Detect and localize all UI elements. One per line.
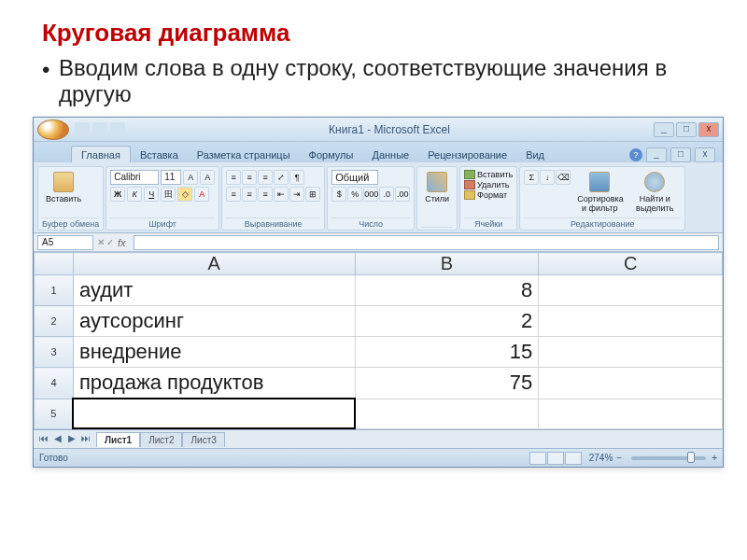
font-size-combo[interactable]: 11 <box>161 170 181 185</box>
sheet-tab-2[interactable]: Лист2 <box>140 432 182 447</box>
grow-font-button[interactable]: A <box>183 170 198 185</box>
paste-button[interactable]: Вставить <box>42 170 85 215</box>
underline-button[interactable]: Ч <box>144 187 159 202</box>
tab-formulas[interactable]: Формулы <box>300 147 363 162</box>
tab-home[interactable]: Главная <box>71 146 131 162</box>
row-header[interactable]: 1 <box>35 275 74 306</box>
cell[interactable] <box>539 399 723 428</box>
maximize-button[interactable]: □ <box>676 122 697 137</box>
zoom-out-button[interactable]: − <box>616 453 622 463</box>
tab-data[interactable]: Данные <box>362 147 418 162</box>
cell[interactable]: аутсорсинг <box>73 306 355 337</box>
merge-button[interactable]: ⊞ <box>305 187 320 202</box>
styles-button[interactable]: Стили <box>421 170 453 224</box>
number-format-combo[interactable]: Общий <box>331 170 378 185</box>
column-header-a[interactable]: A <box>73 253 355 275</box>
clear-button[interactable]: ⌫ <box>556 170 571 185</box>
increase-indent-button[interactable]: ⇥ <box>289 187 304 202</box>
zoom-in-button[interactable]: + <box>712 453 717 463</box>
decrease-indent-button[interactable]: ⇤ <box>274 187 289 202</box>
enter-formula-icon[interactable]: ✓ <box>106 237 114 247</box>
decrease-decimal-button[interactable]: .00 <box>395 187 410 202</box>
close-button[interactable]: x <box>698 122 719 137</box>
find-select-button[interactable]: Найти и выделить <box>628 170 681 215</box>
tab-page-layout[interactable]: Разметка страницы <box>188 147 300 162</box>
doc-restore-button[interactable]: □ <box>670 147 691 162</box>
zoom-slider[interactable] <box>631 456 706 460</box>
cell[interactable]: внедрение <box>73 337 355 368</box>
cell[interactable] <box>539 368 723 399</box>
formula-bar[interactable] <box>134 235 719 250</box>
fill-button[interactable]: ↓ <box>540 170 555 185</box>
increase-decimal-button[interactable]: .0 <box>379 187 394 202</box>
align-right-button[interactable]: ≡ <box>258 187 273 202</box>
column-header-b[interactable]: B <box>355 253 539 275</box>
redo-icon[interactable] <box>110 122 125 137</box>
zoom-level[interactable]: 274% <box>589 453 613 463</box>
orientation-button[interactable]: ⤢ <box>274 170 289 185</box>
minimize-button[interactable]: _ <box>654 122 674 137</box>
cell[interactable] <box>539 275 723 306</box>
cell[interactable] <box>539 337 723 368</box>
tab-review[interactable]: Рецензирование <box>418 147 516 162</box>
spreadsheet-grid[interactable]: A B C 1 аудит 8 2 аутсорсинг 2 3 <box>34 252 723 429</box>
cell[interactable]: 8 <box>355 275 539 306</box>
row-header[interactable]: 2 <box>35 306 74 337</box>
cell[interactable]: аудит <box>73 275 355 306</box>
fx-icon[interactable]: fx <box>118 237 126 248</box>
sheet-tab-3[interactable]: Лист3 <box>182 432 224 447</box>
help-icon[interactable]: ? <box>629 148 642 161</box>
zoom-thumb[interactable] <box>687 452 695 463</box>
delete-cells-button[interactable]: Удалить <box>464 180 513 189</box>
page-break-view-button[interactable] <box>565 452 582 465</box>
page-layout-view-button[interactable] <box>547 452 564 465</box>
normal-view-button[interactable] <box>529 452 546 465</box>
align-middle-button[interactable]: ≡ <box>242 170 257 185</box>
tab-insert[interactable]: Вставка <box>131 147 188 162</box>
align-left-button[interactable]: ≡ <box>226 187 241 202</box>
align-center-button[interactable]: ≡ <box>242 187 257 202</box>
column-header-c[interactable]: C <box>539 253 723 275</box>
doc-close-button[interactable]: x <box>695 147 715 162</box>
sheet-nav-last-icon[interactable]: ⏭ <box>79 433 92 446</box>
currency-button[interactable]: $ <box>331 187 346 202</box>
cancel-formula-icon[interactable]: ✕ <box>97 237 105 247</box>
tab-view[interactable]: Вид <box>516 147 554 162</box>
cell[interactable]: 15 <box>355 337 539 368</box>
sheet-tab-1[interactable]: Лист1 <box>96 432 140 447</box>
save-icon[interactable] <box>75 122 90 137</box>
sort-filter-button[interactable]: Сортировка и фильтр <box>573 170 626 215</box>
undo-icon[interactable] <box>92 122 107 137</box>
fill-color-button[interactable]: ◇ <box>177 187 192 202</box>
font-name-combo[interactable]: Calibri <box>110 170 159 185</box>
cell[interactable]: 75 <box>355 368 539 399</box>
bold-button[interactable]: Ж <box>110 187 125 202</box>
align-bottom-button[interactable]: ≡ <box>258 170 273 185</box>
row-header[interactable]: 5 <box>35 399 74 428</box>
italic-button[interactable]: К <box>127 187 142 202</box>
align-top-button[interactable]: ≡ <box>226 170 241 185</box>
insert-cells-button[interactable]: Вставить <box>464 170 513 179</box>
cell[interactable] <box>355 399 539 428</box>
cell[interactable]: продажа продуктов <box>73 368 355 399</box>
autosum-button[interactable]: Σ <box>524 170 539 185</box>
sheet-nav-next-icon[interactable]: ▶ <box>65 433 78 446</box>
wrap-text-button[interactable]: ¶ <box>289 170 304 185</box>
row-header[interactable]: 3 <box>35 337 74 368</box>
office-button[interactable] <box>37 119 69 140</box>
shrink-font-button[interactable]: A <box>200 170 215 185</box>
name-box[interactable]: A5 <box>37 235 93 250</box>
cell-selected[interactable] <box>73 399 355 428</box>
sheet-nav-first-icon[interactable]: ⏮ <box>37 433 50 446</box>
border-button[interactable]: 田 <box>161 187 176 202</box>
comma-button[interactable]: 000 <box>363 187 378 202</box>
row-header[interactable]: 4 <box>35 368 74 399</box>
format-cells-button[interactable]: Формат <box>464 190 513 200</box>
select-all-corner[interactable] <box>35 253 74 275</box>
cell[interactable] <box>539 306 723 337</box>
sheet-nav-prev-icon[interactable]: ◀ <box>51 433 64 446</box>
font-color-button[interactable]: A <box>194 187 209 202</box>
cell[interactable]: 2 <box>355 306 539 337</box>
percent-button[interactable]: % <box>347 187 362 202</box>
doc-minimize-button[interactable]: _ <box>646 147 667 162</box>
